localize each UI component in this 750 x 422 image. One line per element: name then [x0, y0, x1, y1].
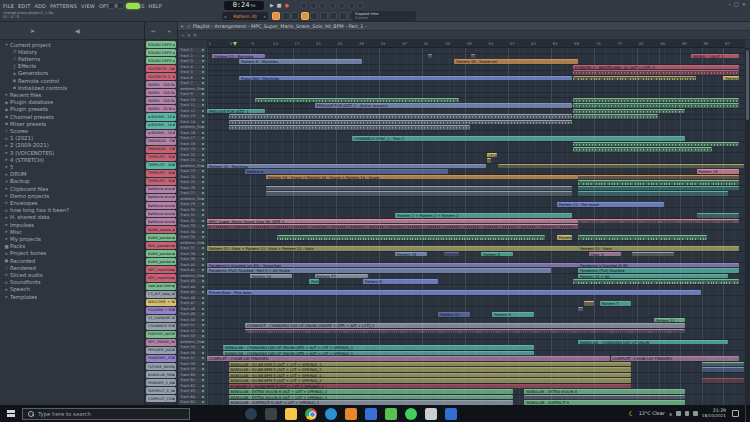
clip[interactable]: Pattern 16 - Snare + Pattern 16 - Snare … — [266, 175, 577, 180]
track-led-icon[interactable] — [202, 132, 204, 134]
track-led-icon[interactable] — [202, 368, 204, 370]
playlist-menu-icon[interactable]: ▾ — [181, 24, 183, 29]
track-led-icon[interactable] — [202, 93, 204, 95]
multilink-icon[interactable] — [357, 2, 364, 9]
taskbar-search[interactable]: Type here to search — [22, 408, 190, 420]
pattern-pill[interactable]: SOUND DRPS - ACT — [146, 41, 176, 48]
track-led-icon[interactable] — [202, 324, 204, 326]
track-led-icon[interactable] — [202, 110, 204, 112]
track-led-icon[interactable] — [202, 313, 204, 315]
pattern-prev-icon[interactable]: ◂ — [224, 14, 226, 19]
clip[interactable] — [229, 114, 573, 119]
track-led-icon[interactable] — [202, 148, 204, 150]
browser-item[interactable]: ▸DRUM — [0, 171, 144, 178]
clip[interactable]: Pattern 19 — [697, 169, 739, 174]
clip[interactable]: Pattern 7 — [600, 301, 632, 306]
menu-file[interactable]: FILE — [3, 3, 14, 9]
clip[interactable]: Pattern 13 - Hats + Pattern 13 - Hats + … — [207, 246, 578, 251]
scrollbar-thumb[interactable] — [746, 50, 749, 120]
pattern-pill[interactable]: a.KOUMA - 10 W — [146, 130, 176, 137]
pattern-pill[interactable]: MPC_marimba_w — [146, 266, 176, 273]
menu-patterns[interactable]: PATTERNS — [50, 3, 77, 9]
menu-help[interactable]: HELP — [149, 3, 163, 9]
clip[interactable]: BANDLAB - 90 BB BPM 5 (ALT + LST + SPRIN… — [229, 378, 632, 383]
track-led-icon[interactable] — [202, 55, 204, 57]
clip[interactable]: Pandemic's Stacked @ 89 — [578, 263, 739, 268]
browser-item[interactable]: ▾Backup — [0, 178, 144, 185]
clip[interactable]: BANDLAB - CHANGING DAY OF SNOW — [578, 340, 728, 345]
track-led-icon[interactable] — [202, 104, 204, 106]
pattern-pill[interactable]: BANK_pandemic_pre — [146, 258, 176, 265]
clip[interactable]: Pattern 9 — [492, 312, 534, 317]
track-led-icon[interactable] — [202, 247, 204, 249]
pattern-pill[interactable]: TEMPLIST - DOUX — [146, 154, 176, 161]
cortana-icon[interactable] — [245, 408, 257, 420]
track-led-icon[interactable] — [202, 209, 204, 211]
song-mode-led[interactable] — [126, 3, 140, 9]
onedrive-icon[interactable] — [445, 408, 457, 420]
pattern-pill[interactable]: BANK_pandemic_b — [146, 250, 176, 257]
photos-icon[interactable] — [365, 408, 377, 420]
pattern-pill[interactable]: MOMO - 30 W — [146, 105, 176, 112]
clip[interactable] — [573, 103, 739, 108]
clip[interactable] — [573, 76, 696, 81]
browser-item[interactable]: ▸Recent files — [0, 91, 144, 98]
track-led-icon[interactable] — [202, 154, 204, 156]
clip[interactable] — [697, 213, 739, 218]
track-led-icon[interactable] — [202, 82, 204, 84]
wait-for-input-icon[interactable] — [310, 2, 317, 9]
pattern-pill[interactable]: SWANGAS - TING 2 — [146, 146, 176, 153]
track-led-icon[interactable] — [202, 231, 204, 233]
clip[interactable] — [584, 301, 594, 306]
clip[interactable] — [702, 362, 744, 367]
pattern-pill[interactable]: MPC_SNARE_ROLL — [146, 339, 176, 346]
pattern-pill[interactable]: MPC_marimba_dry — [146, 274, 176, 281]
touch-controller-icon[interactable] — [339, 12, 347, 20]
browser-item[interactable]: ◆Plugin presets — [0, 106, 144, 113]
clip[interactable]: CHANNELS SYNC_1 - Part 2 — [352, 136, 685, 141]
track-led-icon[interactable] — [202, 159, 204, 161]
track-led-icon[interactable] — [202, 236, 204, 238]
browser-item[interactable]: ▸2 (2009-2021) — [0, 142, 144, 149]
track-led-icon[interactable] — [202, 357, 204, 359]
clip[interactable] — [471, 54, 476, 59]
clip[interactable]: Pattern 2 + Pattern 2 + Pattern 2 — [395, 213, 572, 218]
time-display[interactable]: 0:24 56 — [224, 1, 264, 10]
track-led-icon[interactable] — [202, 126, 204, 128]
track-led-icon[interactable] — [202, 346, 204, 348]
clip[interactable]: LFO8 — [487, 153, 497, 158]
clip[interactable]: BANDLAB - 90 BB BPM 5 (ALT + LST + SPRIN… — [229, 362, 632, 367]
browser-item[interactable]: ◆Plugin database — [0, 99, 144, 106]
loop-record-icon[interactable] — [329, 2, 336, 9]
clip[interactable]: BANDLAB - 90 BB BPM 5 (ALT + LST + SPRIN… — [229, 367, 632, 372]
pattern-pill[interactable]: SOUND DRPS - WET — [146, 57, 176, 64]
browser-item[interactable]: ▸Misc — [0, 228, 144, 235]
track-led-icon[interactable] — [202, 297, 204, 299]
clip[interactable]: Future Bass - Plus bass — [207, 290, 701, 295]
pattern-pill[interactable]: FANTASY_WATCH — [146, 331, 176, 338]
track-led-icon[interactable] — [202, 165, 204, 167]
memory-panel-icon[interactable] — [117, 2, 124, 9]
browser-item[interactable]: ●Recorded — [0, 257, 144, 264]
clip[interactable] — [573, 98, 739, 103]
record-button[interactable]: ● — [285, 2, 289, 8]
pattern-next-icon[interactable]: ▸ — [264, 14, 266, 19]
clip[interactable] — [444, 252, 459, 257]
clip[interactable] — [498, 164, 745, 169]
pattern-pill[interactable]: 11_LUVBASS 2 PRC — [146, 315, 176, 322]
clip[interactable]: Pattern 17 — [557, 235, 572, 240]
clip[interactable]: Pattern 6 — [245, 169, 449, 174]
browser-audio-tab-icon[interactable]: ◀ — [75, 27, 80, 34]
track-led-icon[interactable] — [202, 291, 204, 293]
clip[interactable] — [573, 114, 658, 119]
clip[interactable] — [245, 329, 685, 334]
clip[interactable]: Pandemic (Full) Stacked - Part II + Alt … — [207, 268, 551, 273]
clip[interactable] — [702, 378, 744, 383]
track-led-icon[interactable] — [202, 71, 204, 73]
track-led-icon[interactable] — [202, 187, 204, 189]
clip[interactable]: BANDLAB - EXTRA VIOLIN 8 — [524, 389, 685, 394]
track-led-icon[interactable] — [202, 379, 204, 381]
browser-item[interactable]: ▸how long has it been? — [0, 207, 144, 214]
pattern-pill[interactable]: SWANGAS - TING 1 — [146, 138, 176, 145]
track-led-icon[interactable] — [202, 121, 204, 123]
